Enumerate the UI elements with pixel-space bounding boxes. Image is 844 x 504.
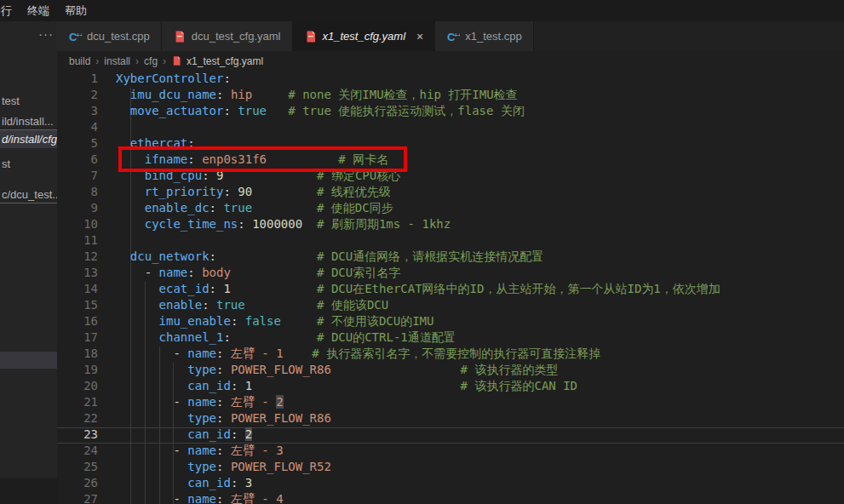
line-number[interactable]: 25 <box>57 460 116 476</box>
line-number[interactable]: 11 <box>57 233 116 249</box>
line-number[interactable]: 6 <box>57 152 116 169</box>
code-line-6[interactable]: ifname: enp0s31f6 # 网卡名 <box>116 152 844 169</box>
chevron-right-icon: › <box>135 55 139 67</box>
code-line-2[interactable]: imu_dcu_name: hip # none 关闭IMU检查，hip 打开I… <box>116 88 844 104</box>
tab-label: dcu_test.cpp <box>87 30 150 43</box>
cpp-file-icon: C++ <box>446 30 460 43</box>
code-line-10[interactable]: cycle_time_ns: 1000000 # 刷新周期1ms - 1khz <box>116 217 844 233</box>
main-area: ··· testild/install...d/install/cfgstc/d… <box>0 21 844 504</box>
code-editor[interactable]: 1234567891011121314151617181920212223242… <box>57 71 844 504</box>
line-number[interactable]: 19 <box>57 363 116 379</box>
breadcrumb: build›install›cfg› x1_test_cfg.yaml <box>57 51 844 71</box>
breadcrumb-segment[interactable]: cfg <box>144 55 158 67</box>
line-number[interactable]: 1 <box>57 72 116 88</box>
code-lines: XyberController: imu_dcu_name: hip # non… <box>116 71 844 504</box>
line-number[interactable]: 12 <box>57 249 116 266</box>
chevron-right-icon: › <box>95 55 99 67</box>
yaml-file-icon <box>304 30 318 43</box>
panel-list-item[interactable]: st <box>0 155 57 173</box>
panel-list-item[interactable]: ild/install... <box>0 112 57 130</box>
menu-item[interactable]: 行 <box>0 0 20 21</box>
code-line-1[interactable]: XyberController: <box>116 72 844 88</box>
line-number[interactable]: 22 <box>57 411 116 427</box>
code-line-5[interactable]: ethercat: <box>116 136 844 152</box>
line-number[interactable]: 27 <box>57 492 116 504</box>
line-number[interactable]: 3 <box>57 104 116 120</box>
code-line-13[interactable]: - name: body # DCU索引名字 <box>116 266 844 282</box>
close-icon[interactable]: × <box>416 31 423 43</box>
code-line-8[interactable]: rt_priority: 90 # 线程优先级 <box>116 185 844 201</box>
menu-bar: 行终端帮助 <box>0 0 844 21</box>
gutter[interactable]: 1234567891011121314151617181920212223242… <box>57 71 116 504</box>
line-number[interactable]: 8 <box>57 185 116 201</box>
code-line-20[interactable]: can_id: 1 # 该执行器的CAN ID <box>116 379 844 395</box>
line-number[interactable]: 14 <box>57 282 116 298</box>
code-line-21[interactable]: - name: 左臂 - 2 <box>116 395 844 411</box>
selected-empty-row[interactable] <box>0 352 57 369</box>
code-line-14[interactable]: ecat_id: 1 # DCU在EtherCAT网络中的ID，从主站开始，第一… <box>116 282 844 298</box>
line-number[interactable]: 17 <box>57 330 116 346</box>
tab-label: x1_test.cpp <box>465 30 522 43</box>
code-line-22[interactable]: type: POWER_FLOW_R86 <box>116 411 844 427</box>
vscode-window: 行终端帮助 ··· testild/install...d/install/cf… <box>0 0 844 504</box>
code-line-23[interactable]: can_id: 2 <box>116 427 844 444</box>
line-number[interactable]: 23 <box>57 427 116 444</box>
breadcrumb-file-label: x1_test_cfg.yaml <box>187 55 263 67</box>
menu-item[interactable]: 终端 <box>20 0 57 21</box>
code-line-24[interactable]: - name: 左臂 - 3 <box>116 444 844 460</box>
breadcrumb-segment[interactable]: build <box>69 55 90 67</box>
code-line-12[interactable]: dcu_network: # DCU通信网络，请根据实机连接情况配置 <box>116 249 844 266</box>
editor-group: C++dcu_test.cppdcu_test_cfg.yamlx1_test_… <box>57 21 844 504</box>
line-number[interactable]: 21 <box>57 395 116 411</box>
line-number[interactable]: 5 <box>57 136 116 152</box>
code-line-11[interactable] <box>116 233 844 249</box>
more-actions-icon[interactable]: ··· <box>38 26 54 41</box>
tab-label: dcu_test_cfg.yaml <box>192 30 281 43</box>
line-number[interactable]: 26 <box>57 476 116 492</box>
code-line-15[interactable]: enable: true # 使能该DCU <box>116 298 844 314</box>
svg-text:++: ++ <box>76 32 82 39</box>
line-number[interactable]: 24 <box>57 444 116 460</box>
code-line-17[interactable]: channel_1: # DCU的CTRL-1通道配置 <box>116 330 844 346</box>
cpp-file-icon: C++ <box>68 30 82 43</box>
line-number[interactable]: 13 <box>57 266 116 282</box>
line-number[interactable]: 16 <box>57 314 116 330</box>
panel-list-item[interactable]: c/dcu_test... <box>0 186 57 203</box>
line-number[interactable]: 10 <box>57 217 116 233</box>
panel-list-item[interactable]: test <box>0 92 57 110</box>
line-number[interactable]: 9 <box>57 201 116 217</box>
code-line-27[interactable]: - name: 左臂 - 4 <box>116 492 844 504</box>
tab-dcu_test.cpp[interactable]: C++dcu_test.cpp <box>57 21 162 51</box>
code-line-25[interactable]: type: POWER_FLOW_R52 <box>116 460 844 476</box>
code-line-4[interactable] <box>116 120 844 136</box>
line-number[interactable]: 4 <box>57 120 116 136</box>
code-line-26[interactable]: can_id: 3 <box>116 476 844 492</box>
panel-list-item[interactable]: d/install/cfg <box>0 130 57 148</box>
panel-bottom-strip <box>0 478 57 504</box>
line-number[interactable]: 18 <box>57 346 116 363</box>
code-line-18[interactable]: - name: 左臂 - 1 # 执行器索引名字，不需要控制的执行器可直接注释掉 <box>116 346 844 363</box>
breadcrumb-file[interactable]: x1_test_cfg.yaml <box>171 55 263 67</box>
line-number[interactable]: 7 <box>57 169 116 185</box>
tab-x1_test_cfg.yaml[interactable]: x1_test_cfg.yaml× <box>293 21 436 51</box>
line-number[interactable]: 15 <box>57 298 116 314</box>
yaml-file-icon <box>173 30 187 43</box>
code-line-19[interactable]: type: POWER_FLOW_R86 # 该执行器的类型 <box>116 363 844 379</box>
menu-item[interactable]: 帮助 <box>57 0 95 21</box>
search-results-panel[interactable]: ··· testild/install...d/install/cfgstc/d… <box>0 21 57 504</box>
code-line-16[interactable]: imu_enable: false # 不使用该DCU的IMU <box>116 314 844 330</box>
tab-dcu_test_cfg.yaml[interactable]: dcu_test_cfg.yaml <box>162 21 293 51</box>
tab-x1_test.cpp[interactable]: C++x1_test.cpp <box>435 21 534 51</box>
tab-label: x1_test_cfg.yaml <box>323 30 406 43</box>
code-line-7[interactable]: bind_cpu: 9 # 绑定CPU核心 <box>116 169 844 185</box>
chevron-right-icon: › <box>163 55 166 67</box>
yaml-file-icon <box>171 55 182 66</box>
svg-text:++: ++ <box>454 32 460 39</box>
tab-bar: C++dcu_test.cppdcu_test_cfg.yamlx1_test_… <box>57 21 844 51</box>
code-line-9[interactable]: enable_dc: true # 使能DC同步 <box>116 201 844 217</box>
breadcrumb-segment[interactable]: install <box>104 55 130 67</box>
line-number[interactable]: 20 <box>57 379 116 395</box>
line-number[interactable]: 2 <box>57 88 116 104</box>
code-line-3[interactable]: move_actuator: true # true 使能执行器运动测试，fla… <box>116 104 844 120</box>
